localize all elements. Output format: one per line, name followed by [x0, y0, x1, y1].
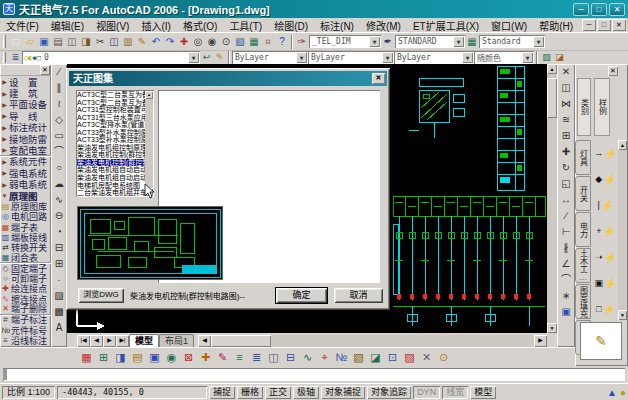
tch-tool-icon[interactable]: ⊡: [384, 350, 401, 365]
atlas-list-item[interactable]: 柴油发电机组自动启动控制: [77, 174, 145, 182]
mirror-icon[interactable]: ⋈: [559, 96, 573, 112]
text-style-combo[interactable]: STANDARD ▼: [395, 35, 465, 48]
text-style-icon[interactable]: ✒: [381, 34, 395, 49]
palette-tab[interactable]: 电力: [575, 212, 591, 247]
chevron-down-icon[interactable]: ▼: [462, 52, 473, 63]
spline-icon[interactable]: ∿: [52, 192, 66, 208]
ellipse-arc-icon[interactable]: ◔: [52, 224, 66, 240]
insert-block-icon[interactable]: ⊟: [52, 240, 66, 256]
extend-icon[interactable]: ⊢: [559, 224, 573, 240]
tch-tool-icon[interactable]: ▦: [78, 350, 95, 365]
atlas-list-item[interactable]: 柴油发电机组自动启动控制: [77, 166, 145, 174]
chevron-down-icon[interactable]: ▼: [453, 36, 464, 47]
atlas-list-item[interactable]: 柴油发电机组控制原理控制: [77, 144, 145, 152]
atlas-list-item[interactable]: ACT31型三台水泵应用可靠: [77, 114, 145, 122]
close-icon[interactable]: ✕: [608, 66, 618, 76]
symbol-item[interactable]: ◆ ⚡: [592, 166, 619, 192]
palette-tab[interactable]: 土木工…: [575, 248, 591, 283]
polyline-icon[interactable]: ≀: [52, 96, 66, 112]
close-button[interactable]: ✕: [609, 3, 625, 16]
rectangle-icon[interactable]: ▭: [52, 128, 66, 144]
tch-tool-icon[interactable]: ▤: [129, 350, 146, 365]
symbol-item[interactable]: → ⚡: [592, 140, 619, 166]
menu-item[interactable]: 工具(T): [223, 18, 268, 33]
region-icon[interactable]: ▩: [52, 304, 66, 320]
plot-icon[interactable]: ▤: [51, 34, 65, 49]
table-style-icon[interactable]: ▦: [465, 34, 479, 49]
tch-tool-icon[interactable]: ✎: [214, 350, 231, 365]
palette-tab[interactable]: 开关: [575, 176, 591, 211]
hatch-icon[interactable]: ▨: [52, 288, 66, 304]
menu-item[interactable]: ET扩展工具(X): [407, 18, 485, 33]
calculator-icon[interactable]: ⌗: [261, 34, 275, 49]
scale-indicator[interactable]: 比例 1:100: [2, 386, 55, 399]
chevron-down-icon[interactable]: ▼: [296, 52, 307, 63]
open-icon[interactable]: ▱: [23, 34, 37, 49]
atlas-list-item[interactable]: ACT33型补水泵控制原理图: [77, 129, 145, 137]
tab-nav-button[interactable]: ▶: [103, 335, 116, 347]
toolbar-grip[interactable]: [3, 35, 6, 49]
symbol-item[interactable]: | ⚡: [592, 192, 619, 218]
pan-icon[interactable]: ✚: [177, 34, 191, 49]
explode-icon[interactable]: ∗: [559, 288, 573, 304]
menu-item[interactable]: 标注(N): [314, 18, 360, 33]
point-icon[interactable]: ∙: [52, 272, 66, 288]
drawing-thumbnail[interactable]: [77, 206, 223, 280]
palette-tab[interactable]: 图案填充: [575, 284, 591, 319]
arc-icon[interactable]: ⌒: [52, 144, 66, 160]
circle-icon[interactable]: ○: [52, 160, 66, 176]
status-toggle-button[interactable]: DYN: [413, 386, 440, 399]
array-icon[interactable]: ⊞: [559, 128, 573, 144]
help-icon[interactable]: ?: [275, 34, 289, 49]
offset-icon[interactable]: ≋: [559, 112, 573, 128]
color-combo[interactable]: ByLayer ▼: [232, 51, 308, 64]
tch-tool-icon[interactable]: ∿: [299, 350, 316, 365]
save-icon[interactable]: ▣: [37, 34, 51, 49]
publish-icon[interactable]: ◨: [79, 34, 93, 49]
scroll-down-icon[interactable]: ▼: [618, 310, 627, 320]
rotate-icon[interactable]: ↻: [559, 160, 573, 176]
dim-style-combo[interactable]: _TEL_DIM ▼: [309, 35, 381, 48]
status-toggle-button[interactable]: 捕捉: [209, 386, 235, 399]
fillet-icon[interactable]: ⌒: [559, 272, 573, 288]
tch-tool-icon[interactable]: ≡: [231, 350, 248, 365]
chevron-down-icon[interactable]: ▼: [369, 36, 380, 47]
chamfer-icon[interactable]: ∠: [559, 256, 573, 272]
scrollbar-thumb[interactable]: [211, 335, 271, 347]
chevron-down-icon[interactable]: ▼: [533, 36, 544, 47]
status-toggle-button[interactable]: 对象捕捉: [321, 386, 365, 399]
atlas-list-item[interactable]: ACT31型控制柜装置可靠启动: [77, 106, 145, 114]
copy-stack-icon[interactable]: ▣: [559, 304, 573, 320]
tch-tool-icon[interactable]: ◫: [265, 350, 282, 365]
tch-tool-icon[interactable]: ▣: [146, 350, 163, 365]
atlas-list-item[interactable]: 柴油发电机控制(群控制图): [77, 159, 145, 167]
status-toggle-button[interactable]: 线宽: [442, 386, 468, 399]
zoom-realtime-icon[interactable]: ◎: [191, 34, 205, 49]
scroll-left-icon[interactable]: ◀: [198, 335, 211, 347]
text-icon[interactable]: A: [52, 320, 66, 336]
tab-nav-button[interactable]: ◀: [90, 335, 103, 347]
status-toggle-button[interactable]: 对象追踪: [367, 386, 411, 399]
designcenter-icon[interactable]: ▦: [247, 34, 261, 49]
atlas-list-item[interactable]: ACT33型补水泵控制原理图: [77, 136, 145, 144]
atlas-list-item[interactable]: ACT3C型二台泵互为备用自投: [77, 99, 145, 107]
revcloud-icon[interactable]: ☁: [52, 176, 66, 192]
mdi-button[interactable]: □: [597, 19, 611, 31]
maximize-button[interactable]: □: [591, 3, 607, 16]
lineweight-combo[interactable]: ByLayer ▼: [394, 51, 474, 64]
dialog-titlebar[interactable]: 天正图集 ✕: [69, 71, 387, 86]
dim-style-icon[interactable]: ✑: [295, 34, 309, 49]
tch-tool-icon[interactable]: ✕: [418, 350, 435, 365]
erase-icon[interactable]: ✕: [559, 64, 573, 80]
chevron-down-icon[interactable]: ▼: [522, 52, 533, 63]
tch-tool-icon[interactable]: ⊟: [282, 350, 299, 365]
scroll-up-icon[interactable]: ▲: [145, 91, 153, 99]
mdi-button[interactable]: ─: [582, 19, 596, 31]
scroll-right-icon[interactable]: ▶: [534, 335, 547, 347]
menu-item[interactable]: 格式(O): [177, 18, 223, 33]
menu-item[interactable]: 帮助(H): [533, 18, 579, 33]
layer-states-icon[interactable]: ◪: [553, 52, 566, 63]
annotation-scale-icon[interactable]: ▲: [607, 387, 617, 398]
atlas-list-item[interactable]: 柴油发电机控制(群控制): [77, 151, 145, 159]
tch-tool-icon[interactable]: ◪: [367, 350, 384, 365]
